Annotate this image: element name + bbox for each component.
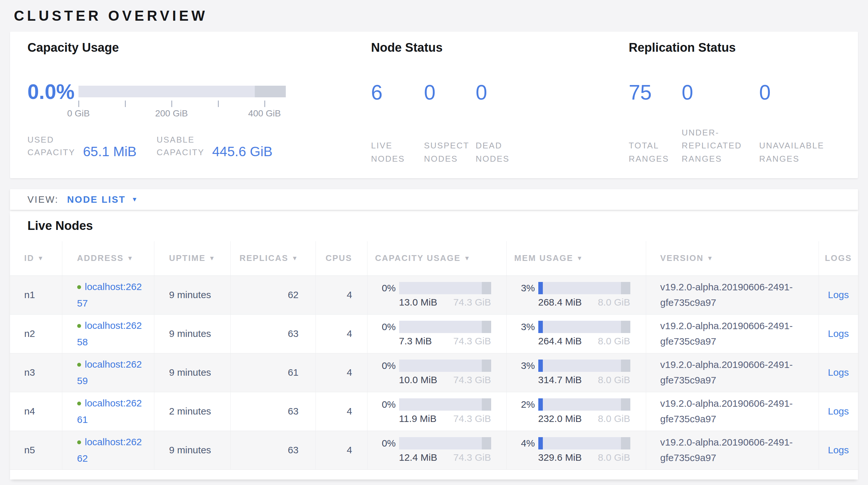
mem-percent-label: 2% <box>515 399 535 410</box>
usable-capacity-stat: USABLE CAPACITY 445.6 GiB <box>157 134 273 159</box>
unavailable-ranges-value: 0 <box>759 82 835 104</box>
mem-percent-label: 4% <box>515 438 535 449</box>
capacity-usage-cell: 0% 10.0 MiB74.3 GiB <box>367 353 506 392</box>
logs-link[interactable]: Logs <box>828 289 849 300</box>
capacity-used-value: 7.3 MiB <box>399 336 432 347</box>
version-cell: v19.2.0-alpha.20190606-2491-gfe735c9a97 <box>646 431 818 469</box>
column-header-capacity-usage[interactable]: CAPACITY USAGE <box>367 241 506 276</box>
mem-used-value: 232.0 MiB <box>538 413 582 424</box>
live-nodes-table: ID ADDRESS UPTIME REPLICAS CPUS CAPACITY… <box>10 241 858 480</box>
replication-status-panel: Replication Status 75 TOTAL RANGES 0 UND… <box>629 41 858 178</box>
logs-cell: Logs <box>818 314 858 353</box>
mem-total-value: 8.0 GiB <box>598 413 630 424</box>
mem-usage-cell: 3% 264.4 MiB8.0 GiB <box>506 314 646 353</box>
memory-bar-fill <box>538 437 543 450</box>
node-address-link[interactable]: localhost:26257 <box>77 281 142 309</box>
live-status-icon <box>77 402 81 405</box>
column-header-address[interactable]: ADDRESS <box>62 241 154 276</box>
column-header-replicas[interactable]: REPLICAS <box>230 241 315 276</box>
chevron-down-icon[interactable]: ▼ <box>131 196 137 203</box>
table-row: n5 localhost:26262 9 minutes 63 4 0% 12.… <box>10 431 858 469</box>
capacity-percent-label: 0% <box>375 438 396 449</box>
sort-desc-icon <box>127 255 134 262</box>
node-status-title: Node Status <box>371 41 629 55</box>
logs-link[interactable]: Logs <box>828 328 849 339</box>
column-header-mem-usage[interactable]: MEM USAGE <box>506 241 646 276</box>
live-nodes-card: Live Nodes ID ADDRESS UPTIME REPLICAS CP… <box>10 210 858 480</box>
node-address-link[interactable]: localhost:26262 <box>77 436 142 464</box>
total-ranges-label: TOTAL RANGES <box>629 139 677 165</box>
sort-desc-icon <box>37 255 44 262</box>
column-header-uptime[interactable]: UPTIME <box>154 241 230 276</box>
mem-percent-label: 3% <box>515 360 535 371</box>
capacity-axis-labels: 0 GiB 200 GiB 400 GiB <box>79 108 265 119</box>
suspect-nodes-value: 0 <box>424 82 476 104</box>
capacity-bar-end-segment <box>255 86 286 97</box>
uptime-cell: 9 minutes <box>154 353 230 392</box>
mem-percent-label: 3% <box>515 321 535 333</box>
unavailable-ranges-stat: 0 UNAVAILABLE RANGES <box>759 82 835 165</box>
axis-label: 0 GiB <box>67 108 90 119</box>
capacity-total-value: 74.3 GiB <box>454 336 491 347</box>
capacity-usage-cell: 0% 12.4 MiB74.3 GiB <box>367 431 506 469</box>
mem-percent-label: 3% <box>515 283 535 293</box>
memory-bar-fill <box>538 398 543 411</box>
view-dropdown[interactable]: NODE LIST <box>67 194 126 205</box>
capacity-bar <box>79 86 286 97</box>
replicas-cell: 62 <box>230 276 315 314</box>
sort-desc-icon <box>577 255 583 262</box>
dead-nodes-stat: 0 DEAD NODES <box>476 82 518 165</box>
usable-capacity-value: 445.6 GiB <box>212 145 273 159</box>
replicas-cell: 63 <box>230 314 315 353</box>
sort-desc-icon <box>464 255 471 262</box>
capacity-bar <box>399 282 491 294</box>
logs-link[interactable]: Logs <box>828 445 849 455</box>
node-address-link[interactable]: localhost:26259 <box>77 359 142 386</box>
memory-bar <box>538 437 630 450</box>
version-cell: v19.2.0-alpha.20190606-2491-gfe735c9a97 <box>646 392 818 431</box>
used-capacity-label: USED CAPACITY <box>27 134 76 159</box>
node-address-cell: localhost:26259 <box>62 353 154 392</box>
node-address-link[interactable]: localhost:26258 <box>77 320 142 347</box>
capacity-usage-cell: 0% 11.9 MiB74.3 GiB <box>367 392 506 431</box>
live-status-icon <box>77 363 81 367</box>
mem-usage-cell: 4% 329.6 MiB8.0 GiB <box>506 431 646 469</box>
used-capacity-stat: USED CAPACITY 65.1 MiB <box>27 134 157 159</box>
column-header-id[interactable]: ID <box>10 241 62 276</box>
total-ranges-stat: 75 TOTAL RANGES <box>629 82 682 165</box>
node-id-cell: n3 <box>10 353 62 392</box>
axis-tick <box>172 101 172 107</box>
logs-link[interactable]: Logs <box>828 406 849 417</box>
node-id-cell: n1 <box>10 276 62 314</box>
usable-capacity-label: USABLE CAPACITY <box>157 134 205 159</box>
capacity-bar <box>399 437 491 450</box>
cpus-cell: 4 <box>315 431 367 469</box>
capacity-bar <box>399 321 491 333</box>
sort-desc-icon <box>291 255 299 262</box>
table-row: n4 localhost:26261 2 minutes 63 4 0% 11.… <box>10 392 858 431</box>
memory-bar <box>538 282 630 294</box>
node-id-cell: n4 <box>10 392 62 431</box>
dead-nodes-value: 0 <box>476 82 518 104</box>
capacity-total-value: 74.3 GiB <box>454 413 491 424</box>
cluster-overview-page: CLUSTER OVERVIEW Capacity Usage 0.0% <box>0 8 868 480</box>
capacity-used-value: 10.0 MiB <box>399 374 437 386</box>
column-header-version[interactable]: VERSION <box>646 241 818 276</box>
logs-cell: Logs <box>818 353 858 392</box>
replication-status-stats: 75 TOTAL RANGES 0 UNDER-REPLICATED RANGE… <box>629 82 858 165</box>
live-nodes-value: 6 <box>371 82 424 104</box>
capacity-gauge: 0.0% 0 GiB 200 GiB <box>27 81 371 119</box>
axis-tick <box>218 101 219 107</box>
capacity-usage-cell: 0% 7.3 MiB74.3 GiB <box>367 314 506 353</box>
memory-bar-fill <box>538 321 543 333</box>
logs-cell: Logs <box>818 431 858 469</box>
capacity-percent-label: 0% <box>375 283 396 293</box>
dead-nodes-label: DEAD NODES <box>476 139 518 165</box>
node-address-link[interactable]: localhost:26261 <box>77 398 142 425</box>
axis-tick <box>125 101 126 107</box>
live-status-icon <box>77 440 81 444</box>
under-replicated-label: UNDER-REPLICATED RANGES <box>682 126 748 165</box>
version-cell: v19.2.0-alpha.20190606-2491-gfe735c9a97 <box>646 314 818 353</box>
capacity-bar <box>399 360 491 372</box>
logs-link[interactable]: Logs <box>828 367 849 378</box>
